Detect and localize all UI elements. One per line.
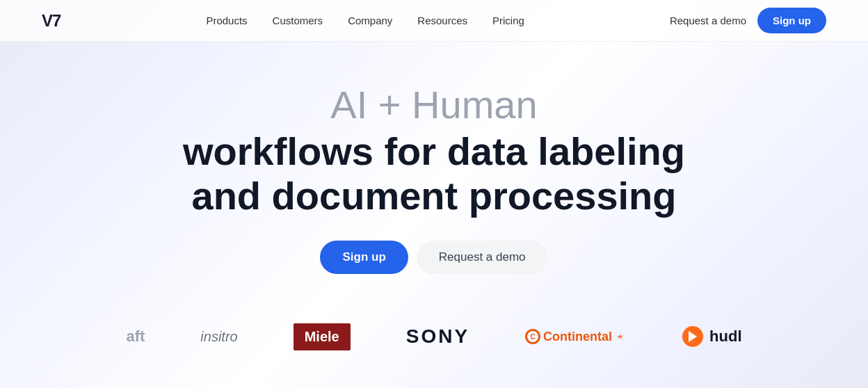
- miele-logo-text: Miele: [294, 323, 351, 350]
- nav-item-company[interactable]: Company: [348, 15, 392, 27]
- nav-right: Request a demo Sign up: [670, 8, 826, 33]
- hudl-logo-text: hudl: [709, 328, 741, 346]
- insitro-logo-text: insitro: [200, 329, 237, 345]
- nav-links: Products Customers Company Resources Pri…: [206, 15, 524, 27]
- nav-link-pricing[interactable]: Pricing: [492, 15, 524, 26]
- request-demo-hero-button[interactable]: Request a demo: [417, 241, 548, 274]
- logos-strip: aft insitro Miele SONY C Continental hud…: [0, 316, 868, 357]
- navigation: V7 Products Customers Company Resources …: [0, 0, 868, 42]
- brand-logo[interactable]: V7: [42, 11, 61, 31]
- logo-insitro: insitro: [172, 316, 265, 357]
- nav-item-resources[interactable]: Resources: [417, 15, 467, 27]
- signup-nav-button[interactable]: Sign up: [757, 8, 826, 33]
- nav-link-customers[interactable]: Customers: [273, 15, 323, 26]
- nav-link-resources[interactable]: Resources: [417, 15, 467, 26]
- logo-aft: aft: [98, 316, 172, 357]
- nav-link-company[interactable]: Company: [348, 15, 392, 26]
- nav-link-products[interactable]: Products: [206, 15, 247, 26]
- signup-hero-button[interactable]: Sign up: [320, 241, 408, 274]
- request-demo-nav-button[interactable]: Request a demo: [670, 15, 746, 26]
- hero-section: AI + Human workflows for data labeling a…: [0, 42, 868, 316]
- aft-logo-text: aft: [126, 328, 145, 346]
- nav-item-products[interactable]: Products: [206, 15, 247, 27]
- sony-logo-text: SONY: [406, 325, 469, 348]
- hudl-logo-icon: [682, 325, 704, 348]
- hero-actions: Sign up Request a demo: [320, 241, 547, 274]
- logo-hudl: hudl: [654, 316, 769, 357]
- nav-item-customers[interactable]: Customers: [273, 15, 323, 27]
- logo-continental: C Continental: [497, 316, 654, 357]
- hudl-logo: hudl: [682, 325, 741, 348]
- continental-logo: C Continental: [525, 329, 626, 344]
- logo-miele: Miele: [266, 316, 378, 357]
- logo-sony: SONY: [378, 316, 497, 357]
- nav-item-pricing[interactable]: Pricing: [492, 15, 524, 27]
- hero-title: workflows for data labeling and document…: [156, 129, 712, 219]
- continental-circle-icon: C: [525, 329, 540, 344]
- continental-spark-icon: [615, 331, 626, 342]
- hero-subtitle: AI + Human: [330, 83, 537, 127]
